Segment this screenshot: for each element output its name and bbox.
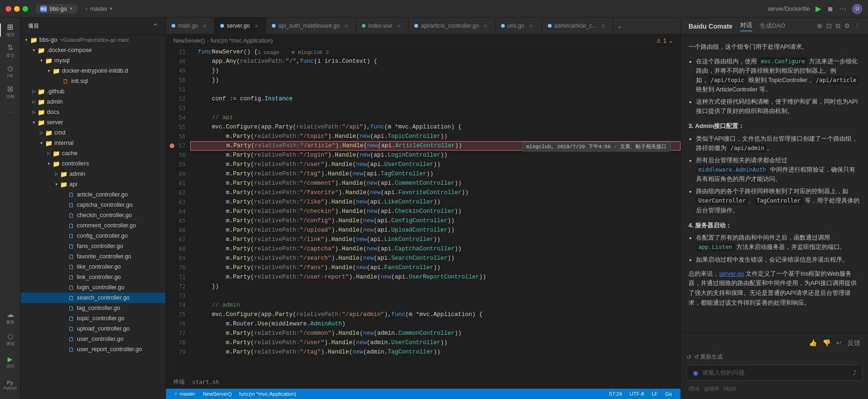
line-num-58: 58: [166, 151, 190, 160]
code-line-55: mvc.Configure(app.Party( relativePath: "…: [190, 122, 681, 132]
branch-icon: ⑂: [85, 6, 88, 12]
activity-bar: ⊞ 项目 ⇅ 提交 ⊙ PR ⊠ 结构: [0, 18, 21, 399]
avatar[interactable]: U: [852, 4, 862, 14]
sidebar-item-article-controller[interactable]: ▷ 🗋 article_controller.go: [21, 189, 165, 200]
server-dockerfile[interactable]: server/Dockerfile: [768, 6, 810, 12]
tab-api-auth[interactable]: api_auth_middleware.go ×: [266, 18, 356, 34]
project-selector[interactable]: BG bbs-go ▾: [36, 4, 77, 14]
status-le-text: LF: [651, 391, 658, 397]
close-button[interactable]: [6, 6, 11, 12]
ai-thumbup[interactable]: 👍: [809, 339, 817, 347]
ai-tab-chat[interactable]: 对话: [740, 21, 752, 31]
sidebar-item-checkin-controller[interactable]: ▷ 🗋 checkin_controller.go: [21, 210, 165, 220]
sidebar-item-fans-controller[interactable]: ▷ 🗋 fans_controller.go: [21, 241, 165, 251]
tab-close-server[interactable]: ×: [253, 22, 260, 30]
ai-send-button[interactable]: ⤴: [853, 369, 856, 376]
activity-item-debug[interactable]: ⬡ 调试: [0, 330, 21, 350]
sidebar-item-user-report-controller[interactable]: ▷ 🗋 user_report_controller.go: [21, 344, 165, 354]
run-label: 运行: [6, 363, 15, 369]
tab-close-vue[interactable]: ×: [395, 22, 403, 30]
tab-more-button[interactable]: ⌄: [613, 18, 626, 34]
ai-tab-dao[interactable]: 生成DAO: [760, 22, 785, 31]
sidebar-item-config-controller[interactable]: ▷ 🗋 config_controller.go: [21, 231, 165, 241]
line-num-74: 74: [166, 301, 190, 310]
ai-header-icons: ⊕ ⊡ ⧉ ⚙ ⋮: [817, 22, 861, 30]
sidebar-item-api-folder[interactable]: ▾ 📁 api: [21, 179, 165, 189]
activity-item-python[interactable]: Py Python: [0, 375, 21, 395]
minimize-button[interactable]: [14, 6, 20, 12]
ai-input-hints: /指令 @插件 #知识: [687, 384, 862, 393]
commit-tooltip: mlogclub, 2019/7/29 下午4:56 · 文章、帖子相关接口: [522, 142, 671, 151]
ai-feedback[interactable]: 反馈: [847, 339, 861, 347]
hint-knowledge[interactable]: #知识: [723, 385, 736, 392]
editor-code[interactable]: func NewServer() { 1 usage ⊕ mlogclub 2 …: [190, 47, 681, 375]
sidebar-item-search-controller[interactable]: ▷ 🗋 search_controller.go: [21, 293, 165, 303]
tab-close-article[interactable]: ×: [482, 22, 489, 30]
tab-close-urls[interactable]: ×: [527, 22, 535, 30]
sidebar-item-internal[interactable]: ▾ 📁 internal: [21, 138, 165, 148]
run-button[interactable]: ▶: [816, 4, 821, 13]
sidebar-item-like-controller[interactable]: ▷ 🗋 like_controller.go: [21, 262, 165, 272]
sidebar-item-comment-controller[interactable]: ▷ 🗋 comment_controller.go: [21, 220, 165, 231]
tab-admin-article[interactable]: admin/article_c... ×: [542, 18, 614, 34]
sidebar-item-root[interactable]: ▾ 📁 bbs-go ~/GolandProjects/bbs-go mast: [21, 35, 165, 45]
line-num-50: 50: [166, 75, 190, 85]
ai-input[interactable]: [702, 369, 849, 376]
ai-thumbdown[interactable]: 👎: [823, 339, 831, 347]
tab-server-go[interactable]: server.go ×: [215, 18, 266, 34]
tab-close-api-auth[interactable]: ×: [343, 22, 350, 30]
tab-urls-go[interactable]: urls.go ×: [495, 18, 542, 34]
sidebar-item-docker-compose[interactable]: ▾ 📁 .docker-compose: [21, 45, 165, 55]
maximize-button[interactable]: [22, 6, 28, 12]
sidebar-item-cache[interactable]: ▷ 📁 cache: [21, 148, 165, 158]
activity-item-pr[interactable]: ⊙ PR: [0, 61, 21, 82]
sidebar-item-link-controller[interactable]: ▷ 🗋 link_controller.go: [21, 272, 165, 282]
sidebar-collapse-icon[interactable]: ⌃: [152, 23, 158, 30]
sidebar-item-docker-entrypoint[interactable]: ▾ 📁 docker-entrypoint-initdb.d: [21, 66, 165, 76]
hint-command[interactable]: /指令: [688, 385, 700, 392]
activity-item-services[interactable]: ☁ 服务: [0, 307, 21, 328]
sidebar-item-upload-controller[interactable]: ▷ 🗋 upload_controller.go: [21, 324, 165, 334]
ai-icon-2[interactable]: ⊡: [826, 22, 832, 30]
hint-plugin[interactable]: @插件: [704, 385, 719, 392]
ai-icon-4[interactable]: ⚙: [844, 22, 850, 30]
sidebar-item-captcha-controller[interactable]: ▷ 🗋 captcha_controller.go: [21, 200, 165, 210]
sidebar-item-user-controller[interactable]: ▷ 🗋 user_controller.go: [21, 334, 165, 344]
ai-icon-1[interactable]: ⊕: [817, 22, 823, 30]
sidebar-item-github[interactable]: ▷ 📁 .github: [21, 86, 165, 97]
tab-close-admin-article[interactable]: ×: [599, 22, 607, 30]
sidebar-item-server[interactable]: ▾ 📁 server: [21, 117, 165, 128]
activity-item-run[interactable]: ▶ 运行: [0, 352, 21, 373]
ai-icon-3[interactable]: ⧉: [836, 22, 840, 30]
sidebar-item-topic-controller[interactable]: ▷ 🗋 topic_controller.go: [21, 313, 165, 324]
line-num-49: 49: [166, 66, 190, 75]
ai-more-icon[interactable]: ⋮: [854, 22, 861, 30]
activity-item-structure[interactable]: ⊠ 结构: [0, 82, 21, 102]
sidebar-item-docs[interactable]: ▷ 📁 docs: [21, 107, 165, 117]
activity-item-project[interactable]: ⊞ 项目: [0, 20, 21, 40]
sidebar-item-admin-sub[interactable]: ▷ 📁 admin: [21, 169, 165, 179]
sidebar-item-login-controller[interactable]: ▷ 🗋 login_controller.go: [21, 282, 165, 293]
ai-input-icon: ◉: [693, 369, 698, 376]
more-icon[interactable]: ⋯: [839, 4, 846, 13]
activity-item-more[interactable]: ···: [0, 102, 21, 123]
sidebar-item-cmd[interactable]: ▷ 📁 cmd: [21, 128, 165, 138]
sidebar-item-tag-controller[interactable]: ▷ 🗋 tag_controller.go: [21, 303, 165, 313]
ai-regen[interactable]: ↺ ↺ 重新生成: [687, 353, 862, 361]
ai-reply[interactable]: ↩: [836, 339, 842, 347]
sidebar-item-mysql[interactable]: ▾ 📁 mysql: [21, 55, 165, 66]
branch-selector[interactable]: ⑂ master ▾: [85, 6, 113, 12]
sidebar-item-init-sql[interactable]: ▷ 🗋 init.sql: [21, 76, 165, 86]
tab-index-vue[interactable]: index.vue ×: [356, 18, 409, 34]
activity-item-commit[interactable]: ⇅ 提交: [0, 40, 21, 61]
sidebar-item-admin-root[interactable]: ▷ 📁 admin: [21, 97, 165, 107]
ai-footer: 👍 👎 ↩ 反馈 ↺ ↺ 重新生成 ◉ ⤴ /指令 @插件 #知识: [681, 333, 868, 399]
line-num-77: 77: [166, 329, 190, 338]
tab-close-main[interactable]: ×: [201, 22, 209, 30]
stop-icon[interactable]: ⏹: [827, 5, 833, 13]
sidebar-item-controllers[interactable]: ▾ 📁 controllers: [21, 158, 165, 169]
status-branch[interactable]: ⑂ master: [171, 389, 199, 399]
tab-article-controller[interactable]: api/article_controller.go ×: [409, 18, 495, 34]
tab-main-go[interactable]: main.go ×: [166, 18, 215, 34]
sidebar-item-favorite-controller[interactable]: ▷ 🗋 favorite_controller.go: [21, 251, 165, 262]
